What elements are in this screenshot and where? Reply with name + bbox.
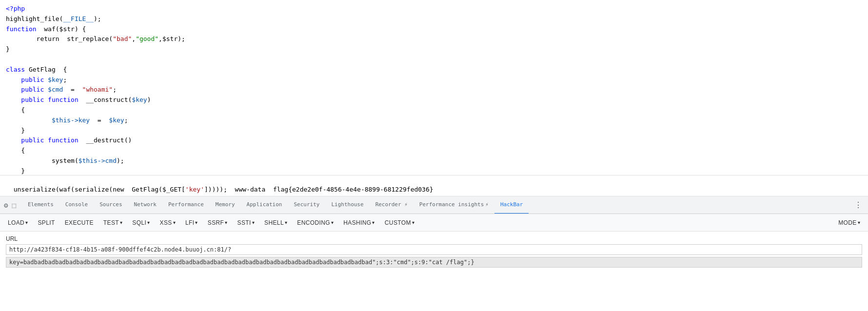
code-line: } <box>6 166 862 175</box>
encoding-arrow: ▾ <box>331 220 334 225</box>
code-line: { <box>6 146 862 156</box>
tab-performance-insights-label: Performance insights <box>419 201 484 208</box>
code-line: highlight_file(__FILE__); <box>6 14 862 24</box>
tab-application[interactable]: Application <box>241 196 288 214</box>
hashing-label: HASHING <box>343 219 371 226</box>
inspect-icon[interactable]: ⚙ <box>4 201 8 209</box>
code-line: } <box>6 44 862 55</box>
tab-network-label: Network <box>134 201 157 208</box>
code-line: <?php <box>6 4 862 14</box>
encoding-label: ENCODING <box>297 219 330 226</box>
tab-sources[interactable]: Sources <box>94 196 128 214</box>
shell-arrow: ▾ <box>285 220 287 225</box>
tab-memory-label: Memory <box>216 201 235 208</box>
more-icon[interactable]: ⋮ <box>850 198 866 212</box>
code-line: } <box>6 126 862 136</box>
devtools-right: ⋮ <box>850 198 866 212</box>
sqli-btn[interactable]: SQLI ▾ <box>128 217 154 228</box>
xss-label: XSS <box>160 219 172 226</box>
code-line: system($this->cmd); <box>6 156 862 166</box>
xss-arrow: ▾ <box>173 220 176 225</box>
test-btn[interactable]: TEST ▾ <box>99 217 126 228</box>
code-line <box>6 55 862 65</box>
url-input[interactable] <box>6 244 862 255</box>
url-label: URL <box>6 235 862 242</box>
payload-input[interactable] <box>6 257 862 268</box>
load-arrow: ▾ <box>25 220 28 225</box>
shell-btn[interactable]: SHELL ▾ <box>260 217 291 228</box>
tab-console-label: Console <box>65 201 88 208</box>
test-label: TEST <box>103 219 119 226</box>
tab-recorder-label: Recorder ⚡ <box>375 201 408 208</box>
hackbar-toolbar: LOAD ▾ SPLIT EXECUTE TEST ▾ SQLI ▾ XSS ▾… <box>0 214 868 232</box>
tab-elements[interactable]: Elements <box>22 196 59 214</box>
code-line: public function __construct($key) <box>6 95 862 105</box>
ssti-btn[interactable]: SSTI ▾ <box>234 217 259 228</box>
custom-btn[interactable]: CUSTOM ▾ <box>381 217 418 228</box>
load-btn[interactable]: LOAD ▾ <box>4 217 32 228</box>
code-line: public $key; <box>6 75 862 85</box>
url-area: URL <box>0 232 868 270</box>
ssrf-label: SSRF <box>208 219 224 226</box>
tab-security-label: Security <box>294 201 319 208</box>
device-icon[interactable]: ⬚ <box>12 201 16 209</box>
sqli-label: SQLI <box>132 219 146 226</box>
xss-btn[interactable]: XSS ▾ <box>156 217 179 228</box>
test-arrow: ▾ <box>120 220 122 225</box>
lfi-label: LFI <box>185 219 194 226</box>
custom-arrow: ▾ <box>412 220 414 225</box>
tab-lighthouse-label: Lighthouse <box>331 201 363 208</box>
tab-recorder[interactable]: Recorder ⚡ <box>370 196 414 214</box>
code-line: public $cmd = "whoami"; <box>6 85 862 95</box>
split-btn[interactable]: SPLIT <box>34 217 59 228</box>
ssrf-btn[interactable]: SSRF ▾ <box>204 217 232 228</box>
devtools-tabbar: ⚙ ⬚ Elements Console Sources Network Per… <box>0 196 868 214</box>
tab-security[interactable]: Security <box>288 196 325 214</box>
ssti-arrow: ▾ <box>252 220 255 225</box>
execute-label: EXECUTE <box>65 219 94 226</box>
devtools-icons: ⚙ ⬚ <box>2 201 18 209</box>
encoding-btn[interactable]: ENCODING ▾ <box>293 217 337 228</box>
tab-network[interactable]: Network <box>128 196 162 214</box>
tab-performance[interactable]: Performance <box>162 196 210 214</box>
execute-btn[interactable]: EXECUTE <box>61 217 98 228</box>
tab-console[interactable]: Console <box>59 196 94 214</box>
mode-arrow: ▾ <box>858 220 860 225</box>
hashing-arrow: ▾ <box>372 220 375 225</box>
tab-hackbar[interactable]: HackBar <box>494 196 529 214</box>
sqli-arrow: ▾ <box>147 220 150 225</box>
tab-lighthouse[interactable]: Lighthouse <box>325 196 369 214</box>
performance-insights-icon: ⚡ <box>485 201 489 208</box>
split-label: SPLIT <box>38 219 55 226</box>
code-line: public function __destruct() <box>6 136 862 146</box>
lfi-arrow: ▾ <box>195 220 197 225</box>
code-line: $this->key = $key; <box>6 116 862 126</box>
load-label: LOAD <box>8 219 24 226</box>
tab-performance-label: Performance <box>168 201 204 208</box>
mode-label: MODE <box>838 219 856 226</box>
code-line: function waf($str) { <box>6 24 862 35</box>
code-line: class GetFlag { <box>6 65 862 75</box>
lfi-btn[interactable]: LFI ▾ <box>181 217 202 228</box>
tab-application-label: Application <box>247 201 282 208</box>
code-line: return str_replace("bad","good",$str); <box>6 34 862 44</box>
tab-performance-insights[interactable]: Performance insights ⚡ <box>414 196 494 214</box>
code-display: <?php highlight_file(__FILE__); function… <box>0 0 868 175</box>
tab-elements-label: Elements <box>28 201 54 208</box>
tab-sources-label: Sources <box>99 201 122 208</box>
mode-btn[interactable]: MODE ▾ <box>834 217 864 228</box>
code-line: { <box>6 105 862 116</box>
ssrf-arrow: ▾ <box>225 220 227 225</box>
output-line: unserialize(waf(serialize(new GetFlag($_… <box>0 175 868 196</box>
hashing-btn[interactable]: HASHING ▾ <box>339 217 379 228</box>
ssti-label: SSTI <box>237 219 251 226</box>
tab-memory[interactable]: Memory <box>210 196 241 214</box>
shell-label: SHELL <box>264 219 284 226</box>
custom-label: CUSTOM <box>385 219 411 226</box>
tab-hackbar-label: HackBar <box>500 201 523 208</box>
